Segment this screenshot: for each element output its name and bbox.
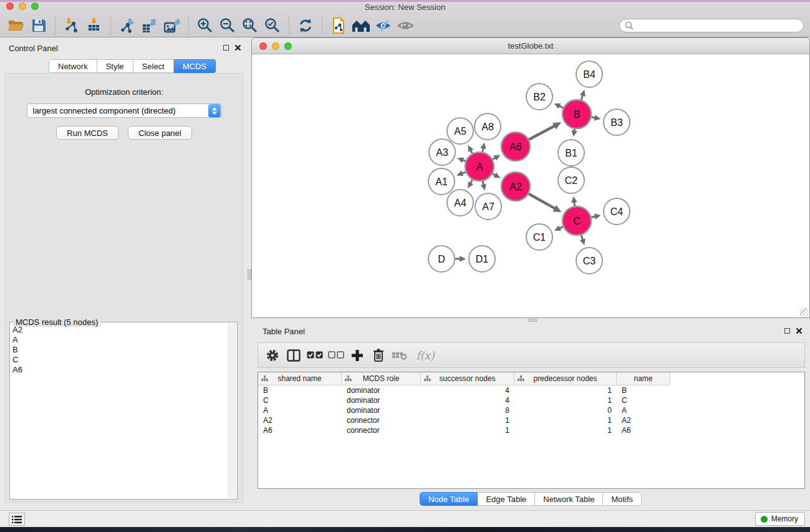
tab-node-table[interactable]: Node Table [420, 492, 478, 506]
mcds-result-item[interactable]: C [12, 355, 227, 365]
close-panel-icon[interactable] [234, 44, 241, 51]
open-session-button[interactable] [6, 16, 26, 36]
tab-network[interactable]: Network [49, 59, 97, 73]
table-row[interactable]: Bdominator41B [258, 385, 804, 395]
search-input[interactable] [637, 21, 798, 30]
memory-button[interactable]: Memory [755, 512, 805, 526]
float-panel-icon[interactable] [223, 45, 229, 51]
search-box[interactable] [619, 19, 804, 32]
float-panel-icon[interactable] [784, 328, 790, 334]
mcds-result-item[interactable]: B [12, 345, 227, 355]
close-network-window-button[interactable] [259, 42, 267, 50]
close-panel-icon[interactable] [796, 327, 803, 334]
tab-edge-table[interactable]: Edge Table [478, 492, 535, 506]
column-header-shared-name[interactable]: shared name [258, 372, 342, 385]
result-scrollbar[interactable] [228, 323, 236, 498]
maximize-network-window-button[interactable] [284, 42, 292, 50]
show-all-button[interactable] [396, 16, 416, 36]
cell-name: A2 [617, 415, 670, 425]
tab-select[interactable]: Select [133, 59, 174, 73]
splitter-handle[interactable] [528, 319, 537, 322]
export-network-button[interactable] [117, 16, 137, 36]
graph-node-B4[interactable]: B4 [576, 61, 602, 87]
graph-node-A1[interactable]: A1 [428, 168, 455, 195]
splitter-handle[interactable] [248, 269, 251, 279]
run-mcds-button[interactable]: Run MCDS [56, 126, 118, 140]
mcds-result-item[interactable]: A6 [12, 365, 227, 375]
tab-style[interactable]: Style [97, 59, 133, 73]
graph-node-C1[interactable]: C1 [526, 224, 552, 250]
table-row[interactable]: A6connector11A6 [258, 425, 804, 435]
criterion-select[interactable]: largest connected component (directed) [27, 104, 222, 118]
close-window-button[interactable] [6, 2, 14, 10]
graph-node-A7[interactable]: A7 [475, 193, 501, 220]
column-header-MCDS-role[interactable]: MCDS role [342, 372, 421, 385]
svg-text:C1: C1 [533, 232, 546, 243]
save-session-button[interactable] [29, 16, 49, 36]
column-header-name[interactable]: name [617, 372, 670, 385]
unselect-all-columns-button[interactable] [327, 346, 345, 365]
zoom-fit-button[interactable] [240, 16, 260, 36]
graph-node-B2[interactable]: B2 [526, 84, 552, 110]
import-table-button[interactable] [84, 16, 104, 36]
show-columns-button[interactable] [284, 346, 303, 365]
graph-node-A5[interactable]: A5 [447, 118, 473, 144]
export-image-button[interactable] [162, 16, 182, 36]
close-panel-button[interactable]: Close panel [128, 126, 192, 140]
export-table-button[interactable] [140, 16, 160, 36]
refresh-button[interactable] [296, 16, 316, 36]
window-resize-grip[interactable] [800, 308, 808, 316]
graph-node-A6[interactable]: A6 [501, 132, 530, 161]
delete-table-button[interactable] [390, 346, 409, 365]
minimize-network-window-button[interactable] [272, 42, 279, 50]
tab-mcds[interactable]: MCDS [174, 59, 216, 73]
delete-columns-button[interactable] [369, 346, 388, 365]
graph-node-A8[interactable]: A8 [475, 114, 501, 140]
hide-selected-button[interactable] [374, 16, 393, 36]
graph-node-C4[interactable]: C4 [604, 198, 630, 225]
network-canvas[interactable]: B4B2BB3A8A5A6A3B1AC2A1A2A4A7C4CC1DD1C3 [252, 54, 809, 317]
cell-MCDS-role: dominator [342, 385, 421, 395]
mcds-result-item[interactable]: A [12, 335, 227, 345]
graph-node-B1[interactable]: B1 [558, 140, 584, 166]
graph-node-C3[interactable]: C3 [576, 248, 602, 274]
table-settings-button[interactable] [263, 346, 282, 365]
tab-network-table[interactable]: Network Table [535, 492, 603, 506]
select-all-columns-button[interactable] [306, 346, 324, 365]
import-network-button[interactable] [62, 16, 82, 36]
header: Session: New Session [0, 0, 810, 37]
graph-node-C2[interactable]: C2 [558, 167, 584, 193]
maximize-window-button[interactable] [31, 2, 39, 10]
zoom-out-icon [219, 17, 236, 34]
unchecked-boxes-icon [328, 351, 344, 359]
column-header-successor-nodes[interactable]: successor nodes [421, 372, 514, 385]
graph-node-B[interactable]: B [562, 100, 591, 128]
mcds-result-item[interactable]: A2 [12, 325, 227, 335]
graph-node-B3[interactable]: B3 [604, 109, 630, 135]
graph-node-A3[interactable]: A3 [429, 139, 455, 165]
zoom-in-button[interactable] [195, 16, 215, 36]
zoom-out-button[interactable] [218, 16, 238, 36]
graph-node-A[interactable]: A [465, 152, 494, 181]
graph-node-C[interactable]: C [562, 206, 591, 235]
panel-splitter-horizontal[interactable] [251, 318, 810, 322]
home-button[interactable] [351, 16, 371, 36]
graph-node-D[interactable]: D [428, 246, 455, 272]
zoom-selected-button[interactable] [263, 16, 282, 36]
table-row[interactable]: Adominator80A [258, 405, 804, 415]
column-header-predecessor-nodes[interactable]: predecessor nodes [514, 372, 617, 385]
task-history-button[interactable] [9, 513, 25, 526]
graph-node-D1[interactable]: D1 [469, 246, 495, 272]
graph-node-A4[interactable]: A4 [447, 190, 473, 216]
graph-node-A2[interactable]: A2 [501, 172, 530, 201]
create-column-button[interactable] [348, 346, 367, 365]
function-builder-button[interactable]: f(x) [412, 346, 439, 365]
new-network-from-selection-button[interactable] [329, 16, 349, 36]
minimize-window-button[interactable] [19, 2, 26, 10]
edge-A6-B[interactable] [529, 125, 555, 139]
edge-A2-C[interactable] [529, 194, 556, 209]
network-window-titlebar[interactable]: testGlobe.txt [252, 38, 809, 54]
table-row[interactable]: Cdominator41C [258, 395, 804, 405]
table-row[interactable]: A2connector11A2 [258, 415, 804, 425]
tab-motifs[interactable]: Motifs [603, 492, 642, 506]
